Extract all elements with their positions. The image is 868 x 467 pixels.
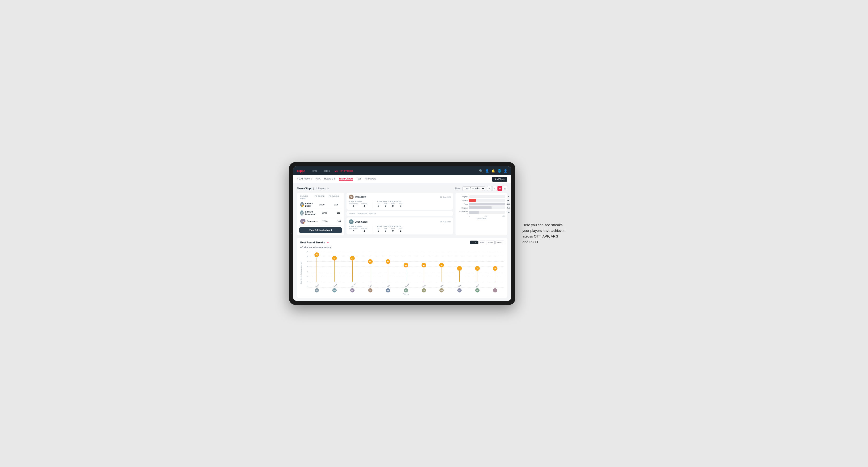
leaderboard-header: PLAYER NAME PB SCORE PB AVG SQ <box>299 195 342 199</box>
filter-putt[interactable]: PUTT <box>495 241 504 244</box>
streak-player-name-col: M. Miller <box>433 282 451 287</box>
x-label-200: 200 <box>485 215 487 217</box>
pb-score-header: PB SCORE <box>312 195 327 199</box>
bar-row-eagles: Eagles 3 <box>458 195 505 198</box>
streak-dot: 4x <box>404 263 408 268</box>
player-columns: 7x6x6x5x5x4x4x4x3x3x3x <box>308 251 504 282</box>
player-name-header: PLAYER NAME <box>300 195 312 199</box>
y-5: 5 <box>305 261 308 262</box>
tournament-label: Tournament <box>349 203 358 205</box>
birdies-bar <box>469 199 476 201</box>
y-2: 2 <box>305 276 308 278</box>
nav-teams[interactable]: Teams <box>322 169 330 172</box>
josh-practice-group: Total Practice Activities OTT 0 APP <box>377 225 403 232</box>
streak-avatar: MM <box>439 288 444 292</box>
add-team-button[interactable]: Add Team <box>492 177 507 182</box>
practice-sub-row: OTT 0 APP 0 ARG <box>377 203 403 207</box>
bogeys-label: Bogeys <box>458 207 468 209</box>
y-axis: 7 6 5 4 3 2 1 0 <box>305 251 308 295</box>
practice-label: Practice <box>369 213 376 215</box>
streak-bar-line <box>477 271 478 282</box>
filter-app[interactable]: APP <box>478 241 486 244</box>
ott-group: OTT 0 <box>377 203 380 207</box>
filter-ott[interactable]: OTT <box>470 241 478 244</box>
bell-icon[interactable]: 🔔 <box>491 169 495 173</box>
practice-group: Practice 4 <box>361 203 367 207</box>
table-view-btn[interactable]: ▤ <box>503 186 507 191</box>
bar-row-bogeys: Bogeys 311 <box>458 206 505 209</box>
rounds-sub-row: Tournament 7 Practice 2 <box>349 228 367 232</box>
player-row: EC 2 Edward Crossman 18/20 107 <box>299 209 342 217</box>
annotation-text: Here you can see streaks your players ha… <box>522 222 579 245</box>
tab-pga[interactable]: PGA <box>315 177 320 181</box>
rees-name: Rees Britt <box>355 196 366 198</box>
player-names-row: E. EwertB. McHergD. BillinghamJ. ColesR.… <box>308 282 504 287</box>
streak-dot: 3x <box>475 266 480 271</box>
streak-avatar-col: MM <box>433 288 451 292</box>
rees-practice-group: Total Practice Activities OTT 0 APP <box>377 201 403 208</box>
list-view-btn[interactable]: ≡ <box>492 186 497 191</box>
stats-panel: RB Rees Britt 02 Sep 2023 Total Rounds T… <box>346 193 453 236</box>
arg-group: ARG 0 <box>391 228 395 232</box>
rees-stat-row: Total Rounds Tournament 8 Practice <box>349 201 451 208</box>
pars-track: 499 <box>469 203 505 206</box>
user-avatar-icon[interactable]: 👤 <box>503 169 507 173</box>
nav-my-performance[interactable]: My Performance <box>334 169 354 172</box>
eagles-track: 3 <box>469 195 505 198</box>
rounds-legend: Rounds Tournament Practice <box>346 211 453 216</box>
streak-player-name: C. Quick <box>474 284 480 287</box>
streak-player-name: ... <box>493 286 496 287</box>
streak-bar-line <box>459 271 460 282</box>
birdies-track: 96 <box>469 199 505 201</box>
nav-home[interactable]: Home <box>310 169 318 172</box>
period-select[interactable]: Last 3 months <box>462 186 485 191</box>
tournament-group: Tournament 8 <box>349 203 358 207</box>
card-view-btn[interactable]: ▦ <box>497 186 502 191</box>
streak-dot: 7x <box>314 252 319 257</box>
streak-dot: 5x <box>368 259 373 264</box>
tab-team-clippd[interactable]: Team Clippd <box>339 177 352 181</box>
dbogeys-bar <box>469 211 479 214</box>
streak-avatar: .. <box>493 288 497 292</box>
tab-all-players[interactable]: All Players <box>365 177 376 181</box>
streak-avatar: EE <box>315 288 319 292</box>
globe-icon[interactable]: 🌐 <box>497 169 501 173</box>
search-icon[interactable]: 🔍 <box>479 169 483 173</box>
rees-date: 02 Sep 2023 <box>440 196 451 198</box>
tablet-screen: clippd Home Teams My Performance 🔍 👤 🔔 🌐… <box>293 166 511 301</box>
streak-bar-line <box>424 268 424 282</box>
practice-label: Practice <box>361 203 367 205</box>
tab-hcaps[interactable]: Hcaps 1-5 <box>324 177 335 181</box>
pars-bar <box>469 203 505 206</box>
view-icons: ⊞ ≡ ▦ ▤ <box>487 186 507 191</box>
streak-bar-line <box>495 271 495 282</box>
nav-right: 🔍 👤 🔔 🌐 👤 <box>479 169 507 173</box>
view-leaderboard-button[interactable]: View Full Leaderboard <box>299 227 342 233</box>
filter-arg[interactable]: ARG <box>487 241 495 244</box>
tab-pgat-players[interactable]: PGAT Players <box>297 177 312 181</box>
tournament-val: 7 <box>352 229 354 232</box>
bar-row-birdies: Birdies 96 <box>458 199 505 201</box>
putt-label: PUTT <box>398 228 403 229</box>
streak-player-name: R. Britt <box>385 284 390 287</box>
avatar: RB 1 <box>300 202 304 207</box>
putt-group: PUTT 0 <box>398 203 403 207</box>
bar-row-dbogeys: D. Bogeys + 131 <box>458 210 505 214</box>
streak-bar-line <box>335 261 335 282</box>
app-group: APP 0 <box>384 203 387 207</box>
streak-avatar-col: RB <box>379 288 397 292</box>
tab-tour[interactable]: Tour <box>356 177 361 181</box>
y-4: 4 <box>305 266 308 268</box>
streak-player-name-col: E. Crossman <box>397 282 415 287</box>
edit-icon[interactable]: ✎ <box>327 187 329 190</box>
app-group: APP 0 <box>384 228 387 232</box>
streak-avatar-col: DB <box>343 288 361 292</box>
putt-val: 1 <box>400 229 401 232</box>
sub-nav: PGAT Players PGA Hcaps 1-5 Team Clippd T… <box>293 175 511 183</box>
people-icon[interactable]: 👤 <box>485 169 489 173</box>
grid-view-btn[interactable]: ⊞ <box>487 186 492 191</box>
main-content: Team Clippd | 14 Players ✎ Show Last 3 m… <box>293 183 511 301</box>
nav-links: Home Teams My Performance <box>310 169 354 172</box>
pars-value: 499 <box>507 203 510 205</box>
pb-avg: 110 <box>329 204 343 206</box>
